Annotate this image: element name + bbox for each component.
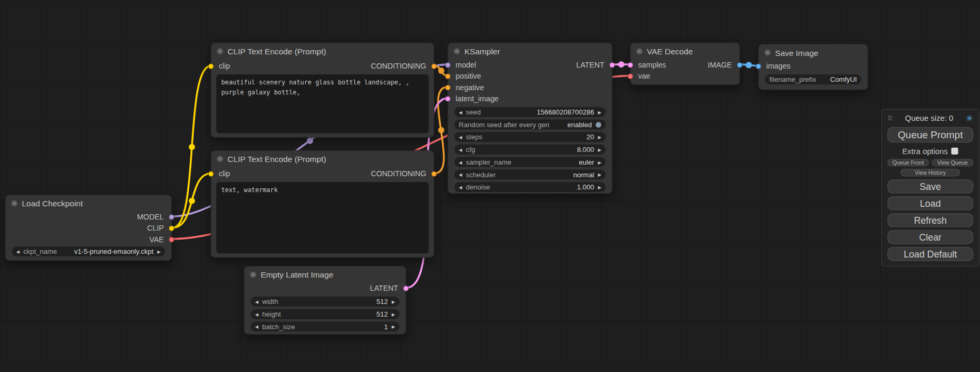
collapse-dot-icon[interactable]: [217, 156, 223, 162]
collapse-dot-icon[interactable]: [454, 48, 460, 54]
increment-arrow-icon[interactable]: ▶: [598, 185, 601, 189]
input-slot-latent-image[interactable]: latent_image: [448, 93, 612, 104]
widget-width[interactable]: ◀ width 512 ▶: [250, 297, 399, 307]
decrement-arrow-icon[interactable]: ◀: [255, 299, 258, 303]
load-button[interactable]: Load: [888, 196, 973, 210]
node-vae-decode[interactable]: VAE Decode samples IMAGE vae: [630, 43, 740, 85]
queue-panel[interactable]: ⠿ Queue size: 0 ✳ Queue Prompt Extra opt…: [881, 109, 979, 266]
queue-front-button[interactable]: Queue Front: [888, 159, 929, 166]
output-slot-clip[interactable]: CLIP: [6, 223, 171, 234]
node-clip-text-encode-negative[interactable]: CLIP Text Encode (Prompt) clip CONDITION…: [211, 150, 434, 258]
node-header[interactable]: VAE Decode: [630, 43, 739, 60]
increment-arrow-icon[interactable]: ▶: [598, 173, 601, 177]
negative-input-dot[interactable]: [445, 85, 451, 91]
increment-arrow-icon[interactable]: ▶: [392, 299, 395, 303]
collapse-dot-icon[interactable]: [764, 50, 771, 56]
conditioning-output-dot[interactable]: [431, 171, 437, 177]
drag-handle-icon[interactable]: ⠿: [888, 114, 893, 122]
clip-output-dot[interactable]: [169, 225, 174, 231]
increment-arrow-icon[interactable]: ▶: [392, 312, 395, 316]
node-header[interactable]: CLIP Text Encode (Prompt): [211, 151, 434, 167]
widget-denoise[interactable]: ◀ denoise 1.000 ▶: [454, 182, 606, 192]
clear-button[interactable]: Clear: [888, 230, 973, 244]
decrement-arrow-icon[interactable]: ◀: [16, 249, 20, 253]
conditioning-output-dot[interactable]: [431, 63, 437, 69]
increment-arrow-icon[interactable]: ▶: [598, 160, 601, 164]
load-default-button[interactable]: Load Default: [888, 247, 973, 261]
widget-random-seed-toggle[interactable]: Random seed after every gen enabled: [454, 119, 606, 129]
input-slot-negative[interactable]: negative: [448, 82, 612, 93]
increment-arrow-icon[interactable]: ▶: [392, 325, 395, 329]
toggle-dot-icon[interactable]: [596, 122, 601, 128]
decrement-arrow-icon[interactable]: ◀: [459, 110, 462, 114]
decrement-arrow-icon[interactable]: ◀: [255, 312, 258, 316]
decrement-arrow-icon[interactable]: ◀: [459, 160, 462, 164]
view-history-button[interactable]: View History: [900, 169, 960, 176]
widget-sampler-name[interactable]: ◀ sampler_name euler ▶: [454, 157, 606, 167]
positive-prompt-textarea[interactable]: beautiful scenery nature glass bottle la…: [216, 74, 429, 133]
widget-filename-prefix[interactable]: filename_prefix ComfyUI: [765, 74, 861, 84]
widget-batch-size[interactable]: ◀ batch_size 1 ▶: [250, 321, 399, 331]
collapse-dot-icon[interactable]: [11, 200, 17, 206]
output-slot-vae[interactable]: VAE: [6, 234, 171, 245]
input-slot-vae[interactable]: vae: [630, 71, 739, 82]
slot-label: positive: [455, 72, 481, 81]
collapse-dot-icon[interactable]: [636, 48, 643, 54]
collapse-dot-icon[interactable]: [250, 272, 256, 278]
node-header[interactable]: Save Image: [759, 44, 867, 61]
images-input-dot[interactable]: [755, 63, 761, 69]
vae-input-dot[interactable]: [627, 73, 633, 79]
slot-label: vae: [638, 72, 650, 81]
settings-gear-icon[interactable]: ✳: [966, 113, 973, 123]
widget-cfg[interactable]: ◀ cfg 8.000 ▶: [454, 145, 606, 155]
decrement-arrow-icon[interactable]: ◀: [459, 185, 462, 189]
clip-input-dot[interactable]: [208, 171, 214, 177]
widget-steps[interactable]: ◀ steps 20 ▶: [454, 132, 606, 142]
node-title: KSampler: [464, 46, 500, 56]
save-button[interactable]: Save: [888, 179, 973, 193]
increment-arrow-icon[interactable]: ▶: [598, 110, 601, 114]
output-slot-latent[interactable]: LATENT: [245, 283, 406, 294]
node-save-image[interactable]: Save Image images filename_prefix ComfyU…: [758, 44, 868, 90]
node-graph-canvas[interactable]: Load Checkpoint MODEL CLIP VAE ◀ ckpt_na…: [0, 0, 980, 372]
increment-arrow-icon[interactable]: ▶: [598, 135, 601, 139]
negative-prompt-textarea[interactable]: text, watermark: [216, 182, 429, 253]
input-slot-images[interactable]: images: [759, 61, 867, 72]
node-empty-latent-image[interactable]: Empty Latent Image LATENT ◀ width 512 ▶ …: [244, 266, 406, 335]
vae-output-dot[interactable]: [169, 237, 174, 243]
node-header[interactable]: Load Checkpoint: [6, 195, 171, 212]
widget-label: seed: [466, 108, 481, 116]
output-slot-model[interactable]: MODEL: [6, 212, 171, 223]
node-clip-text-encode-positive[interactable]: CLIP Text Encode (Prompt) clip CONDITION…: [211, 43, 434, 138]
queue-prompt-button[interactable]: Queue Prompt: [888, 127, 973, 143]
model-output-dot[interactable]: [169, 214, 174, 220]
increment-arrow-icon[interactable]: ▶: [598, 147, 601, 151]
positive-input-dot[interactable]: [445, 73, 451, 79]
latent-output-dot[interactable]: [403, 285, 409, 291]
extra-options-checkbox[interactable]: [952, 148, 958, 155]
widget-ckpt-name[interactable]: ◀ ckpt_name v1-5-pruned-emaonly.ckpt ▶: [12, 246, 165, 256]
view-queue-button[interactable]: View Queue: [932, 159, 973, 166]
widget-seed[interactable]: ◀ seed 156680208700286 ▶: [454, 107, 606, 117]
node-header[interactable]: Empty Latent Image: [245, 266, 406, 283]
node-ksampler[interactable]: KSampler model LATENT positive negative …: [448, 43, 613, 194]
widget-height[interactable]: ◀ height 512 ▶: [250, 309, 399, 319]
decrement-arrow-icon[interactable]: ◀: [459, 147, 462, 151]
node-header[interactable]: KSampler: [448, 43, 612, 60]
model-input-dot[interactable]: [445, 62, 451, 68]
decrement-arrow-icon[interactable]: ◀: [255, 325, 258, 329]
increment-arrow-icon[interactable]: ▶: [157, 249, 160, 253]
latent-output-dot[interactable]: [609, 62, 615, 68]
widget-scheduler[interactable]: ◀ scheduler normal ▶: [454, 169, 606, 179]
node-header[interactable]: CLIP Text Encode (Prompt): [211, 43, 434, 60]
clip-input-dot[interactable]: [208, 63, 214, 69]
latent-image-input-dot[interactable]: [445, 96, 451, 102]
collapse-dot-icon[interactable]: [217, 48, 223, 54]
node-load-checkpoint[interactable]: Load Checkpoint MODEL CLIP VAE ◀ ckpt_na…: [5, 195, 172, 261]
decrement-arrow-icon[interactable]: ◀: [459, 135, 462, 139]
image-output-dot[interactable]: [737, 62, 743, 68]
refresh-button[interactable]: Refresh: [888, 213, 973, 227]
samples-input-dot[interactable]: [627, 62, 633, 68]
input-slot-positive[interactable]: positive: [448, 71, 612, 82]
decrement-arrow-icon[interactable]: ◀: [459, 173, 462, 177]
